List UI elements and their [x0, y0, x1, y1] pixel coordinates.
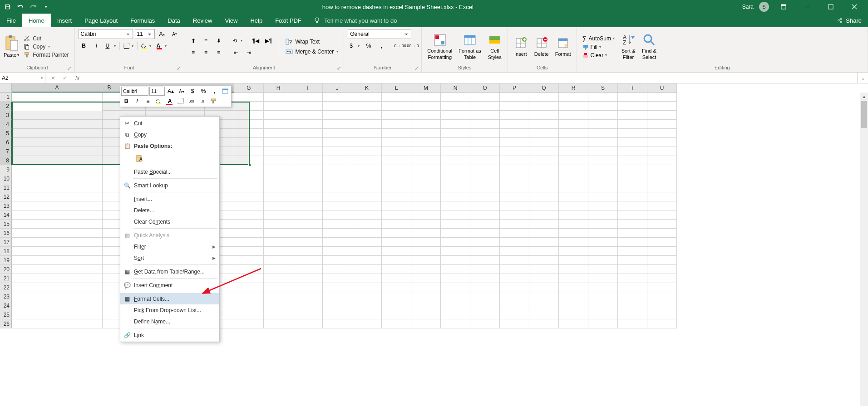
- cell[interactable]: [323, 183, 352, 192]
- cell[interactable]: [293, 147, 323, 156]
- cell-styles-button[interactable]: Cell Styles: [486, 32, 504, 61]
- cell[interactable]: [441, 192, 470, 201]
- italic-button[interactable]: I: [91, 41, 102, 51]
- row-header[interactable]: 9: [0, 165, 12, 174]
- cell[interactable]: [352, 238, 382, 247]
- cell[interactable]: [588, 129, 618, 138]
- cell[interactable]: [647, 274, 677, 283]
- cell[interactable]: [647, 156, 677, 165]
- cell[interactable]: [500, 129, 529, 138]
- cell[interactable]: [12, 102, 103, 111]
- cell[interactable]: [352, 301, 382, 310]
- cell[interactable]: [293, 165, 323, 174]
- cell[interactable]: [12, 192, 103, 201]
- cell[interactable]: [323, 102, 352, 111]
- cell[interactable]: [234, 129, 264, 138]
- cell[interactable]: [529, 147, 559, 156]
- cell[interactable]: [618, 120, 647, 129]
- increase-indent-icon[interactable]: ⇥: [243, 48, 254, 58]
- align-bottom-icon[interactable]: ⬇: [213, 36, 224, 46]
- copy-button[interactable]: Copy ▾: [22, 43, 70, 50]
- cell[interactable]: [264, 310, 293, 319]
- cell[interactable]: [588, 192, 618, 201]
- align-center-icon[interactable]: ≡: [201, 48, 212, 58]
- cell[interactable]: [529, 292, 559, 301]
- tab-home[interactable]: Home: [22, 14, 51, 27]
- cell[interactable]: [529, 238, 559, 247]
- cell[interactable]: [293, 93, 323, 102]
- cell[interactable]: [500, 165, 529, 174]
- cell[interactable]: [647, 310, 677, 319]
- cell[interactable]: [618, 229, 647, 238]
- menu-sort[interactable]: Sort▶: [120, 252, 219, 264]
- row-header[interactable]: 12: [0, 192, 12, 201]
- cell[interactable]: [470, 301, 500, 310]
- cell[interactable]: [12, 201, 103, 210]
- cell[interactable]: [588, 111, 618, 120]
- cell[interactable]: [382, 93, 411, 102]
- cell[interactable]: [647, 165, 677, 174]
- fill-handle[interactable]: [248, 164, 251, 166]
- row-header[interactable]: 15: [0, 220, 12, 229]
- cell[interactable]: [559, 192, 588, 201]
- row-header[interactable]: 5: [0, 129, 12, 138]
- cell[interactable]: [647, 120, 677, 129]
- cell[interactable]: [559, 102, 588, 111]
- cell[interactable]: [441, 147, 470, 156]
- cell[interactable]: [103, 138, 116, 147]
- cell[interactable]: [293, 256, 323, 265]
- cell[interactable]: [500, 283, 529, 292]
- cell[interactable]: [293, 265, 323, 274]
- cell[interactable]: [352, 147, 382, 156]
- cell[interactable]: [323, 319, 352, 328]
- cell[interactable]: [588, 138, 618, 147]
- cell[interactable]: [352, 102, 382, 111]
- cell[interactable]: [382, 156, 411, 165]
- cell[interactable]: [264, 265, 293, 274]
- row-header[interactable]: 3: [0, 111, 12, 120]
- cell[interactable]: [529, 274, 559, 283]
- cell[interactable]: [500, 156, 529, 165]
- cell[interactable]: [12, 220, 103, 229]
- cell[interactable]: [647, 201, 677, 210]
- cell[interactable]: [264, 111, 293, 120]
- cell[interactable]: [618, 319, 647, 328]
- cell[interactable]: [382, 111, 411, 120]
- cell[interactable]: [103, 310, 116, 319]
- tab-formulas[interactable]: Formulas: [124, 14, 161, 27]
- cell[interactable]: [323, 292, 352, 301]
- cell[interactable]: [441, 102, 470, 111]
- cell[interactable]: [559, 165, 588, 174]
- cell[interactable]: [529, 111, 559, 120]
- tab-help[interactable]: Help: [244, 14, 269, 27]
- cell[interactable]: [529, 229, 559, 238]
- fill-color-button[interactable]: [139, 41, 153, 51]
- mini-decrease-font-icon[interactable]: A▾: [177, 87, 187, 96]
- cell[interactable]: [293, 301, 323, 310]
- share-button[interactable]: Share: [830, 14, 868, 27]
- cell[interactable]: [323, 129, 352, 138]
- cell[interactable]: [470, 165, 500, 174]
- cell[interactable]: [264, 247, 293, 256]
- cell[interactable]: [529, 174, 559, 183]
- cell[interactable]: [352, 292, 382, 301]
- cell[interactable]: [500, 174, 529, 183]
- cell[interactable]: [352, 165, 382, 174]
- cell[interactable]: [323, 210, 352, 220]
- column-header[interactable]: B: [103, 83, 116, 93]
- cell[interactable]: [264, 147, 293, 156]
- decrease-font-icon[interactable]: A▾: [169, 29, 180, 39]
- column-header[interactable]: J: [323, 83, 352, 93]
- cell[interactable]: [529, 310, 559, 319]
- mini-dec-decimal-icon[interactable]: .0: [197, 97, 207, 106]
- cell[interactable]: [264, 274, 293, 283]
- cell[interactable]: [12, 129, 103, 138]
- scroll-up-icon[interactable]: ▲: [860, 93, 868, 101]
- cell[interactable]: [470, 274, 500, 283]
- cell[interactable]: [12, 283, 103, 292]
- column-header[interactable]: T: [618, 83, 647, 93]
- menu-define-name[interactable]: Define Name...: [120, 316, 219, 327]
- cell[interactable]: [470, 265, 500, 274]
- cell[interactable]: [323, 120, 352, 129]
- cell[interactable]: [529, 129, 559, 138]
